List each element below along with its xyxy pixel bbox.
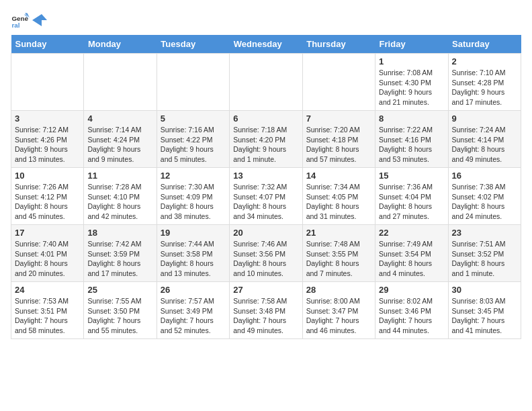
calendar-cell <box>230 54 302 111</box>
day-number: 14 <box>306 171 371 181</box>
day-number: 3 <box>15 113 80 124</box>
day-number: 10 <box>15 171 80 181</box>
calendar-cell <box>84 54 157 111</box>
day-info: Sunrise: 8:00 AM Sunset: 3:47 PM Dayligh… <box>306 296 371 336</box>
header: Gene ral <box>11 11 521 30</box>
day-number: 9 <box>452 113 517 124</box>
calendar-cell <box>157 54 229 111</box>
calendar-cell: 13Sunrise: 7:32 AM Sunset: 4:07 PM Dayli… <box>230 168 302 225</box>
day-number: 5 <box>161 113 226 124</box>
day-info: Sunrise: 7:24 AM Sunset: 4:14 PM Dayligh… <box>452 125 517 165</box>
day-number: 6 <box>233 113 298 124</box>
day-info: Sunrise: 7:55 AM Sunset: 3:50 PM Dayligh… <box>87 296 152 336</box>
day-info: Sunrise: 7:49 AM Sunset: 3:54 PM Dayligh… <box>379 239 444 279</box>
calendar-cell: 19Sunrise: 7:44 AM Sunset: 3:58 PM Dayli… <box>157 225 229 282</box>
calendar-cell: 12Sunrise: 7:30 AM Sunset: 4:09 PM Dayli… <box>157 168 229 225</box>
day-info: Sunrise: 7:44 AM Sunset: 3:58 PM Dayligh… <box>161 239 226 279</box>
day-info: Sunrise: 7:10 AM Sunset: 4:28 PM Dayligh… <box>452 68 517 107</box>
logo-bird-icon <box>32 14 47 26</box>
calendar-cell: 9Sunrise: 7:24 AM Sunset: 4:14 PM Daylig… <box>448 111 521 168</box>
day-number: 16 <box>452 171 517 181</box>
day-number: 28 <box>306 285 371 295</box>
calendar-cell: 8Sunrise: 7:22 AM Sunset: 4:16 PM Daylig… <box>375 111 448 168</box>
calendar-cell: 14Sunrise: 7:34 AM Sunset: 4:05 PM Dayli… <box>302 168 375 225</box>
day-number: 29 <box>379 285 444 295</box>
calendar-cell: 5Sunrise: 7:16 AM Sunset: 4:22 PM Daylig… <box>157 111 229 168</box>
calendar-header-friday: Friday <box>375 35 448 54</box>
day-info: Sunrise: 7:36 AM Sunset: 4:04 PM Dayligh… <box>379 182 444 222</box>
calendar-cell: 16Sunrise: 7:38 AM Sunset: 4:02 PM Dayli… <box>448 168 521 225</box>
calendar-table: SundayMondayTuesdayWednesdayThursdayFrid… <box>11 35 521 339</box>
day-info: Sunrise: 7:20 AM Sunset: 4:18 PM Dayligh… <box>306 125 371 165</box>
calendar-cell: 15Sunrise: 7:36 AM Sunset: 4:04 PM Dayli… <box>375 168 448 225</box>
calendar-cell: 3Sunrise: 7:12 AM Sunset: 4:26 PM Daylig… <box>11 111 84 168</box>
calendar-cell <box>302 54 375 111</box>
calendar-cell: 7Sunrise: 7:20 AM Sunset: 4:18 PM Daylig… <box>302 111 375 168</box>
day-info: Sunrise: 7:51 AM Sunset: 3:52 PM Dayligh… <box>452 239 517 279</box>
calendar-cell: 29Sunrise: 8:02 AM Sunset: 3:46 PM Dayli… <box>375 282 448 339</box>
day-number: 21 <box>306 228 371 238</box>
day-number: 8 <box>379 113 444 124</box>
calendar-body: 1Sunrise: 7:08 AM Sunset: 4:30 PM Daylig… <box>11 54 521 339</box>
day-info: Sunrise: 7:58 AM Sunset: 3:48 PM Dayligh… <box>233 296 298 336</box>
day-info: Sunrise: 7:16 AM Sunset: 4:22 PM Dayligh… <box>161 125 226 165</box>
calendar-cell: 6Sunrise: 7:18 AM Sunset: 4:20 PM Daylig… <box>230 111 302 168</box>
day-info: Sunrise: 7:08 AM Sunset: 4:30 PM Dayligh… <box>379 68 444 107</box>
day-number: 25 <box>87 285 152 295</box>
day-number: 18 <box>87 228 152 238</box>
day-info: Sunrise: 7:26 AM Sunset: 4:12 PM Dayligh… <box>15 182 80 222</box>
day-info: Sunrise: 7:22 AM Sunset: 4:16 PM Dayligh… <box>379 125 444 165</box>
day-number: 11 <box>87 171 152 181</box>
calendar-cell: 23Sunrise: 7:51 AM Sunset: 3:52 PM Dayli… <box>448 225 521 282</box>
day-info: Sunrise: 8:02 AM Sunset: 3:46 PM Dayligh… <box>379 296 444 336</box>
calendar-cell: 10Sunrise: 7:26 AM Sunset: 4:12 PM Dayli… <box>11 168 84 225</box>
calendar-header-row: SundayMondayTuesdayWednesdayThursdayFrid… <box>11 35 521 54</box>
day-number: 20 <box>233 228 298 238</box>
calendar-header-sunday: Sunday <box>11 35 84 54</box>
calendar-header-wednesday: Wednesday <box>230 35 302 54</box>
day-number: 26 <box>161 285 226 295</box>
calendar-cell: 20Sunrise: 7:46 AM Sunset: 3:56 PM Dayli… <box>230 225 302 282</box>
calendar-cell: 2Sunrise: 7:10 AM Sunset: 4:28 PM Daylig… <box>448 54 521 111</box>
day-info: Sunrise: 7:46 AM Sunset: 3:56 PM Dayligh… <box>233 239 298 279</box>
day-number: 1 <box>379 56 444 66</box>
calendar-header-tuesday: Tuesday <box>157 35 229 54</box>
svg-marker-4 <box>32 14 47 26</box>
day-number: 13 <box>233 171 298 181</box>
day-number: 15 <box>379 171 444 181</box>
calendar-cell: 24Sunrise: 7:53 AM Sunset: 3:51 PM Dayli… <box>11 282 84 339</box>
day-info: Sunrise: 7:38 AM Sunset: 4:02 PM Dayligh… <box>452 182 517 222</box>
day-info: Sunrise: 7:12 AM Sunset: 4:26 PM Dayligh… <box>15 125 80 165</box>
calendar-cell: 21Sunrise: 7:48 AM Sunset: 3:55 PM Dayli… <box>302 225 375 282</box>
svg-text:ral: ral <box>11 21 19 29</box>
calendar-cell: 25Sunrise: 7:55 AM Sunset: 3:50 PM Dayli… <box>84 282 157 339</box>
calendar-cell <box>11 54 84 111</box>
calendar-header-thursday: Thursday <box>302 35 375 54</box>
calendar-cell: 4Sunrise: 7:14 AM Sunset: 4:24 PM Daylig… <box>84 111 157 168</box>
calendar-week-row: 10Sunrise: 7:26 AM Sunset: 4:12 PM Dayli… <box>11 168 521 225</box>
day-info: Sunrise: 7:32 AM Sunset: 4:07 PM Dayligh… <box>233 182 298 222</box>
day-number: 17 <box>15 228 80 238</box>
calendar-cell: 18Sunrise: 7:42 AM Sunset: 3:59 PM Dayli… <box>84 225 157 282</box>
day-info: Sunrise: 7:57 AM Sunset: 3:49 PM Dayligh… <box>161 296 226 336</box>
calendar-cell: 27Sunrise: 7:58 AM Sunset: 3:48 PM Dayli… <box>230 282 302 339</box>
day-info: Sunrise: 7:18 AM Sunset: 4:20 PM Dayligh… <box>233 125 298 165</box>
day-info: Sunrise: 7:40 AM Sunset: 4:01 PM Dayligh… <box>15 239 80 279</box>
day-info: Sunrise: 7:42 AM Sunset: 3:59 PM Dayligh… <box>87 239 152 279</box>
day-number: 23 <box>452 228 517 238</box>
calendar-header-monday: Monday <box>84 35 157 54</box>
day-info: Sunrise: 7:30 AM Sunset: 4:09 PM Dayligh… <box>161 182 226 222</box>
calendar-week-row: 24Sunrise: 7:53 AM Sunset: 3:51 PM Dayli… <box>11 282 521 339</box>
calendar-cell: 30Sunrise: 8:03 AM Sunset: 3:45 PM Dayli… <box>448 282 521 339</box>
day-number: 19 <box>161 228 226 238</box>
day-number: 2 <box>452 56 517 66</box>
calendar-week-row: 17Sunrise: 7:40 AM Sunset: 4:01 PM Dayli… <box>11 225 521 282</box>
day-info: Sunrise: 7:28 AM Sunset: 4:10 PM Dayligh… <box>87 182 152 222</box>
logo: Gene ral <box>11 11 47 30</box>
calendar-cell: 17Sunrise: 7:40 AM Sunset: 4:01 PM Dayli… <box>11 225 84 282</box>
day-info: Sunrise: 7:14 AM Sunset: 4:24 PM Dayligh… <box>87 125 152 165</box>
day-number: 4 <box>87 113 152 124</box>
day-number: 12 <box>161 171 226 181</box>
calendar-cell: 28Sunrise: 8:00 AM Sunset: 3:47 PM Dayli… <box>302 282 375 339</box>
calendar-cell: 1Sunrise: 7:08 AM Sunset: 4:30 PM Daylig… <box>375 54 448 111</box>
